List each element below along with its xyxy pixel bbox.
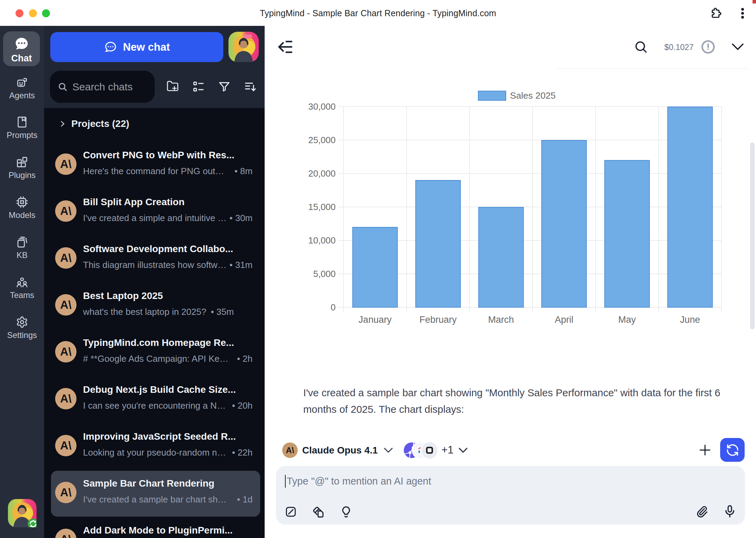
svg-text:25,000: 25,000: [308, 135, 336, 145]
svg-text:20,000: 20,000: [308, 168, 336, 179]
svg-text:Sales 2025: Sales 2025: [510, 90, 556, 101]
svg-text:15,000: 15,000: [308, 202, 336, 212]
svg-text:30,000: 30,000: [308, 101, 336, 112]
svg-text:March: March: [488, 315, 514, 325]
svg-text:10,000: 10,000: [308, 235, 336, 246]
svg-text:February: February: [419, 315, 457, 325]
svg-text:0: 0: [331, 302, 336, 312]
svg-text:June: June: [680, 315, 700, 325]
svg-text:April: April: [555, 315, 573, 325]
svg-text:January: January: [358, 315, 392, 325]
svg-text:5,000: 5,000: [313, 269, 336, 279]
svg-text:May: May: [618, 315, 636, 325]
